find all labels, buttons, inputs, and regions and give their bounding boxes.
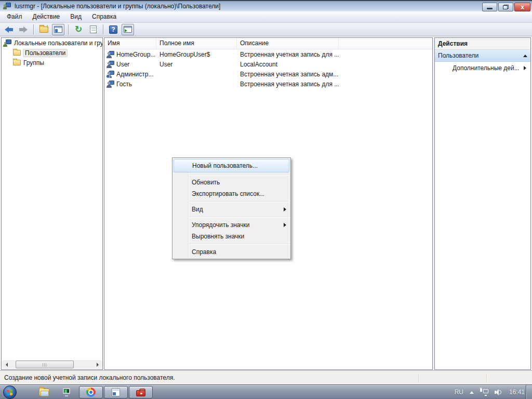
submenu-arrow-icon [524,66,526,70]
restore-button[interactable] [498,3,513,11]
menu-item-export-list[interactable]: Экспортировать список... [172,188,290,200]
refresh-icon: ↻ [75,25,82,34]
toolbox-icon [136,390,145,396]
show-console-tree-button[interactable] [52,24,64,35]
menu-item-label: Вид [192,204,284,215]
menu-file[interactable]: Файл [2,11,28,22]
tree-item-groups[interactable]: Группы [2,58,102,68]
folder-icon [13,50,21,56]
user-fullname: HomeGroupUser$ [156,51,237,58]
user-description: Встроенная учетная запись для ... [237,51,339,58]
menu-item-label: Упорядочить значки [192,220,284,231]
list-header: Имя Полное имя Описание [104,38,432,49]
column-header-name[interactable]: Имя [104,38,156,49]
back-button[interactable] [3,24,15,35]
refresh-button[interactable]: ↻ [72,24,85,35]
taskbar-explorer-button[interactable] [36,387,52,398]
scroll-left-arrow[interactable] [2,360,11,369]
table-row[interactable]: User User LocalAccount [104,59,432,69]
table-row[interactable]: HomeGroup... HomeGroupUser$ Встроенная у… [104,49,432,59]
menu-item-label: Выровнять значки [192,231,290,242]
tree-item-users[interactable]: Пользователи [2,48,102,58]
actions-title: Действия [435,38,530,50]
status-text: Создание новой учетной записи локального… [4,374,175,381]
column-header-fullname[interactable]: Полное имя [156,38,237,49]
table-row[interactable]: ↓Администр... Встроенная учетная запись … [104,69,432,79]
close-button[interactable]: x [514,3,530,11]
up-folder-icon [39,26,48,33]
network-icon[interactable] [480,389,488,396]
menu-separator [189,217,289,217]
menu-help[interactable]: Справка [87,11,122,22]
app-icon [3,3,11,10]
actions-section-users[interactable]: Пользователи [435,50,530,62]
actions-item-more[interactable]: Дополнительные дей... [435,62,530,74]
user-name: HomeGroup... [116,51,155,58]
collapse-arrow-icon[interactable] [523,55,527,57]
scrollbar-thumb[interactable] [16,361,74,368]
status-separator [486,374,487,382]
show-desktop-button[interactable] [526,385,532,399]
menu-separator [189,174,289,175]
toolbar-separator [68,24,69,35]
menu-item-arrange-icons[interactable]: Упорядочить значки [172,219,290,231]
menu-item-line-up-icons[interactable]: Выровнять значки [172,231,290,242]
tree-item-groups-label: Группы [23,59,44,66]
toolbar: ↻ ? [0,23,532,36]
submenu-arrow-icon [284,223,286,227]
status-separator [418,374,419,382]
user-name: Гость [116,81,132,88]
menu-item-new-user[interactable]: Новый пользователь... [174,159,289,172]
menu-action[interactable]: Действие [28,11,65,22]
explorer-folder-icon [39,389,49,396]
desktop: lusrmgr - [Локальные пользователи и груп… [0,0,532,399]
menu-item-label: Справка [192,247,290,258]
user-description: LocalAccount [237,61,339,68]
up-one-level-button[interactable] [37,24,50,35]
taskbar-mmc-button[interactable] [104,386,128,398]
taskbar-chrome-button[interactable] [79,386,103,398]
window-title: lusrmgr - [Локальные пользователи и груп… [15,3,220,10]
show-action-pane-button[interactable] [122,24,134,35]
menu-separator [189,244,289,244]
horizontal-scrollbar[interactable] [2,360,102,369]
language-indicator[interactable]: RU [455,389,463,396]
user-name: Администр... [116,71,153,78]
system-tray: RU 16:41 [455,385,525,399]
restore-icon [503,5,509,9]
user-disabled-icon: ↓ [107,71,114,78]
column-header-description[interactable]: Описание [237,38,339,49]
menu-bar: Файл Действие Вид Справка [0,11,532,23]
user-description: Встроенная учетная запись адм... [237,71,339,78]
tree-item-users-label: Пользователи [23,49,68,57]
user-fullname: User [156,61,237,68]
clock[interactable]: 16:41 [509,389,525,396]
submenu-arrow-icon [284,207,286,211]
minimize-button[interactable] [482,3,497,11]
taskbar: RU 16:41 [0,384,532,399]
user-icon [107,81,114,88]
export-list-button[interactable] [87,24,99,35]
menu-item-refresh[interactable]: Обновить [172,177,290,188]
table-row[interactable]: Гость Встроенная учетная запись для ... [104,79,432,89]
taskbar-computer-button[interactable] [59,387,74,398]
console-tree-icon [54,26,62,33]
scroll-right-arrow[interactable] [93,360,102,369]
toolbar-separator [33,24,34,35]
volume-icon[interactable] [495,389,503,396]
taskbar-admin-tools-button[interactable] [129,386,153,398]
start-button[interactable] [3,385,17,399]
toolbar-separator [103,24,103,35]
hidden-icons-arrow[interactable] [470,391,474,394]
minimize-icon [487,8,493,9]
menu-view[interactable]: Вид [65,11,87,22]
menu-item-help[interactable]: Справка [172,246,290,258]
action-pane-icon [124,26,132,33]
console-tree-panel: Локальные пользователи и гру Пользовател… [1,37,103,370]
help-button[interactable]: ? [107,24,119,35]
tree-root-item[interactable]: Локальные пользователи и гру [2,38,102,48]
close-icon: x [521,4,524,10]
actions-section-label: Пользователи [438,50,478,61]
menu-item-view[interactable]: Вид [172,204,290,215]
forward-button[interactable] [17,24,30,35]
